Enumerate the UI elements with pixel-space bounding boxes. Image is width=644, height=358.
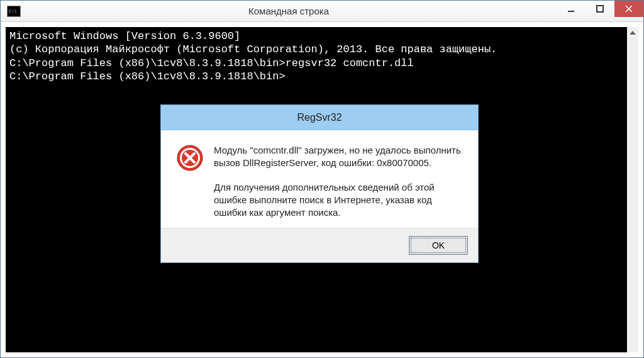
console-line: C:\Program Files (x86)\1cv8\8.3.9.1818\b… — [9, 70, 623, 83]
window-controls — [557, 1, 643, 21]
console-line: Microsoft Windows [Version 6.3.9600] — [9, 30, 623, 43]
window-title: Командная строка — [21, 6, 557, 16]
dialog-message: Модуль "comcntr.dll" загружен, но не уда… — [214, 144, 463, 219]
dialog-message-1: Модуль "comcntr.dll" загружен, но не уда… — [214, 144, 463, 170]
console-line: (c) Корпорация Майкрософт (Microsoft Cor… — [9, 43, 623, 56]
scrollbar[interactable] — [627, 27, 638, 352]
ok-button[interactable]: OK — [409, 236, 468, 255]
titlebar[interactable]: C:\ Командная строка — [1, 1, 643, 22]
cmd-icon: C:\ — [7, 6, 21, 17]
regsvr32-dialog: RegSvr32 Модуль "comcntr.dll" загружен, … — [160, 104, 479, 263]
dialog-titlebar[interactable]: RegSvr32 — [161, 105, 478, 130]
dialog-body: Модуль "comcntr.dll" загружен, но не уда… — [161, 130, 478, 228]
close-button[interactable] — [614, 1, 643, 17]
dialog-footer: OK — [161, 228, 478, 262]
scroll-up-icon[interactable] — [627, 27, 638, 38]
dialog-title: RegSvr32 — [297, 112, 341, 123]
error-icon — [176, 144, 204, 172]
maximize-button[interactable] — [586, 1, 614, 17]
svg-rect-0 — [568, 11, 574, 12]
svg-rect-1 — [597, 6, 603, 12]
console-line: C:\Program Files (x86)\1cv8\8.3.9.1818\b… — [9, 57, 623, 70]
dialog-message-2: Для получения дополнительных сведений об… — [214, 181, 463, 220]
minimize-button[interactable] — [557, 1, 586, 17]
